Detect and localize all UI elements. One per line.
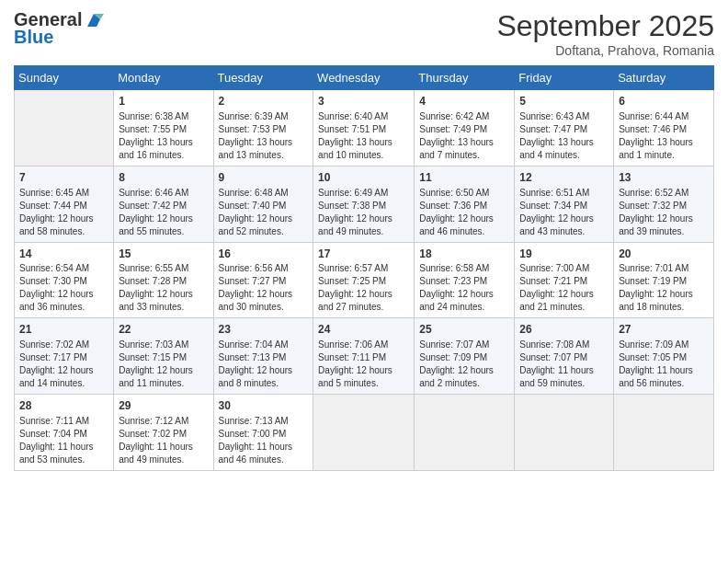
day-info-line: Sunset: 7:38 PM [318,200,409,213]
day-info-line: Daylight: 13 hours [419,136,509,149]
day-number: 29 [119,398,208,414]
day-info-line: Sunrise: 7:11 AM [19,415,108,428]
calendar-cell: 7Sunrise: 6:45 AMSunset: 7:44 PMDaylight… [15,166,114,242]
day-info-line: Sunrise: 6:50 AM [419,187,509,200]
calendar-cell: 24Sunrise: 7:06 AMSunset: 7:11 PMDayligh… [313,318,415,395]
day-info-line: Sunset: 7:42 PM [119,200,208,213]
day-info-line: Daylight: 13 hours [619,136,709,149]
day-info-line: and 5 minutes. [318,377,409,390]
day-info-line: and 59 minutes. [519,377,609,390]
day-info-line: and 11 minutes. [119,377,208,390]
day-header-friday: Friday [515,66,614,90]
day-info-line: and 43 minutes. [519,225,609,238]
day-number: 6 [619,94,709,109]
day-info-line: Sunset: 7:27 PM [219,275,309,288]
calendar-cell [15,90,114,167]
day-info-line: Daylight: 12 hours [519,288,609,301]
day-info-line: Sunset: 7:13 PM [219,351,309,364]
day-info-line: Daylight: 12 hours [119,213,208,225]
day-number: 12 [519,170,609,186]
day-number: 7 [19,170,108,186]
day-number: 13 [619,170,709,186]
day-info-line: Sunrise: 7:03 AM [119,339,208,351]
day-info-line: Daylight: 12 hours [219,288,309,301]
day-info-line: Daylight: 13 hours [519,136,609,149]
day-info-line: Daylight: 11 hours [19,441,108,454]
day-info-line: Sunrise: 7:09 AM [619,339,709,351]
day-info-line: and 10 minutes. [318,149,409,162]
calendar-cell: 22Sunrise: 7:03 AMSunset: 7:15 PMDayligh… [114,318,213,395]
calendar-cell: 9Sunrise: 6:48 AMSunset: 7:40 PMDaylight… [213,166,313,242]
day-info-line: Sunset: 7:34 PM [519,200,609,213]
day-info-line: Sunset: 7:44 PM [19,200,108,213]
day-info-line: Sunset: 7:49 PM [419,123,509,136]
calendar-cell [614,395,714,471]
calendar-header-row: SundayMondayTuesdayWednesdayThursdayFrid… [15,66,714,90]
day-info-line: and 21 minutes. [519,301,609,314]
day-info-line: and 58 minutes. [19,225,108,238]
day-info-line: Sunset: 7:17 PM [19,351,108,364]
logo: General Blue [14,9,104,48]
day-info-line: Sunrise: 6:42 AM [419,110,509,123]
day-info-line: Daylight: 12 hours [318,288,409,301]
day-info-line: Daylight: 12 hours [219,213,309,225]
day-number: 25 [419,322,509,338]
title-section: September 2025 Doftana, Prahova, Romania [496,9,714,58]
calendar-cell: 25Sunrise: 7:07 AMSunset: 7:09 PMDayligh… [415,318,515,395]
day-info-line: and 14 minutes. [19,377,108,390]
day-info-line: Sunrise: 7:07 AM [419,339,509,351]
day-info-line: and 30 minutes. [219,301,309,314]
day-info-line: Sunset: 7:55 PM [119,123,208,136]
day-info-line: Daylight: 13 hours [318,136,409,149]
calendar-cell: 2Sunrise: 6:39 AMSunset: 7:53 PMDaylight… [213,90,313,167]
logo-icon [84,10,104,30]
day-info-line: Sunrise: 6:48 AM [219,187,309,200]
day-info-line: and 39 minutes. [619,225,709,238]
calendar-cell: 26Sunrise: 7:08 AMSunset: 7:07 PMDayligh… [515,318,614,395]
calendar-cell: 15Sunrise: 6:55 AMSunset: 7:28 PMDayligh… [114,242,213,318]
calendar-cell: 14Sunrise: 6:54 AMSunset: 7:30 PMDayligh… [15,242,114,318]
day-info-line: Daylight: 12 hours [419,213,509,225]
day-info-line: Sunrise: 7:04 AM [219,339,309,351]
day-number: 22 [119,322,208,338]
day-info-line: Sunrise: 6:54 AM [19,262,108,275]
day-info-line: Sunset: 7:47 PM [519,123,609,136]
day-number: 21 [19,322,108,338]
calendar-cell: 5Sunrise: 6:43 AMSunset: 7:47 PMDaylight… [515,90,614,167]
day-info-line: Daylight: 11 hours [519,364,609,377]
calendar-cell: 16Sunrise: 6:56 AMSunset: 7:27 PMDayligh… [213,242,313,318]
day-number: 26 [519,322,609,338]
day-info-line: Daylight: 12 hours [19,288,108,301]
day-info-line: Sunset: 7:28 PM [119,275,208,288]
day-info-line: Sunrise: 6:52 AM [619,187,709,200]
day-info-line: Sunrise: 6:46 AM [119,187,208,200]
calendar-week-5: 28Sunrise: 7:11 AMSunset: 7:04 PMDayligh… [15,395,714,471]
calendar-cell: 20Sunrise: 7:01 AMSunset: 7:19 PMDayligh… [614,242,714,318]
day-info-line: and 49 minutes. [318,225,409,238]
calendar-cell: 28Sunrise: 7:11 AMSunset: 7:04 PMDayligh… [15,395,114,471]
calendar-cell: 17Sunrise: 6:57 AMSunset: 7:25 PMDayligh… [313,242,415,318]
day-info-line: and 33 minutes. [119,301,208,314]
day-number: 9 [219,170,309,186]
day-info-line: Sunset: 7:51 PM [318,123,409,136]
day-info-line: and 46 minutes. [219,454,309,466]
day-info-line: Daylight: 12 hours [119,364,208,377]
day-number: 23 [219,322,309,338]
day-info-line: Sunset: 7:53 PM [219,123,309,136]
day-info-line: Sunrise: 7:12 AM [119,415,208,428]
day-number: 15 [119,247,208,262]
day-number: 30 [219,398,309,414]
day-info-line: Sunset: 7:00 PM [219,428,309,441]
day-number: 17 [318,247,409,262]
day-info-line: and 2 minutes. [419,377,509,390]
day-info-line: Daylight: 11 hours [219,441,309,454]
calendar-cell: 19Sunrise: 7:00 AMSunset: 7:21 PMDayligh… [515,242,614,318]
day-info-line: Daylight: 12 hours [519,213,609,225]
calendar-cell: 29Sunrise: 7:12 AMSunset: 7:02 PMDayligh… [114,395,213,471]
calendar-week-3: 14Sunrise: 6:54 AMSunset: 7:30 PMDayligh… [15,242,714,318]
day-info-line: Sunset: 7:36 PM [419,200,509,213]
day-number: 5 [519,94,609,109]
calendar-cell: 21Sunrise: 7:02 AMSunset: 7:17 PMDayligh… [15,318,114,395]
day-number: 28 [19,398,108,414]
day-number: 19 [519,247,609,262]
